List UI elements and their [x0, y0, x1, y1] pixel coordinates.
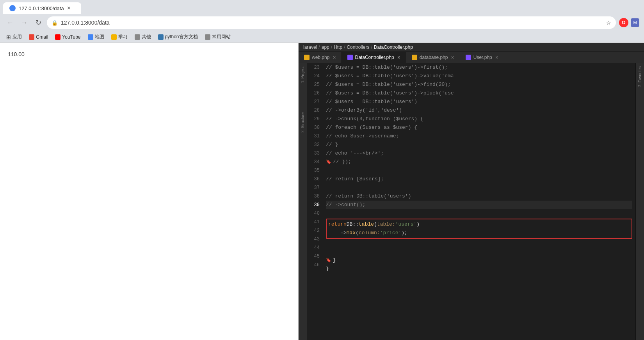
code-comment-30: // foreach ($users as $user) {	[326, 123, 417, 132]
bookmark-gmail[interactable]: Gmail	[26, 34, 51, 41]
code-indent-42: ->	[328, 229, 347, 237]
code-bracket-46: }	[326, 265, 329, 273]
structure-label: 2: Structure	[301, 111, 305, 134]
bookmark-apps-label: 应用	[12, 34, 22, 40]
code-line-28: // ->orderBy('id','desc')	[326, 106, 632, 115]
bookmark-youtube-label: YouTube	[62, 34, 80, 40]
tab-user-php-close[interactable]: ×	[495, 54, 498, 61]
line-num-44: 44	[310, 244, 320, 252]
code-line-31: // echo $user->username;	[326, 132, 632, 141]
lock-icon: 🔒	[52, 20, 58, 26]
tab-datacontroller-close[interactable]: ×	[397, 54, 400, 61]
code-max-42: max	[347, 229, 356, 237]
line-num-25: 25	[310, 80, 320, 89]
address-bar[interactable]: 🔒 127.0.0.1:8000/data ☆	[47, 16, 616, 29]
gmail-favicon	[29, 34, 34, 40]
refresh-button[interactable]: ↻	[33, 17, 44, 28]
main-area: 110.00 laravel / app / Http / Controller…	[0, 43, 644, 340]
bookmark-icon-34: 🔖	[326, 158, 331, 166]
highlighted-box: return DB::table( table: 'users') ->max(…	[326, 219, 632, 239]
code-param2-42: column:	[359, 229, 380, 237]
apps-grid-icon: ⊞	[6, 34, 11, 40]
code-comment-27: // $users = DB::table('users')	[326, 98, 417, 106]
bookmark-study[interactable]: 学习	[108, 33, 131, 41]
line-num-28: 28	[310, 106, 320, 115]
code-param-41: table:	[377, 220, 395, 229]
line-num-36: 36	[310, 175, 320, 183]
code-paren2-42: (	[356, 229, 359, 237]
bookmark-other-label: 其他	[142, 34, 151, 40]
code-comment-31: // echo $user->username;	[326, 132, 399, 141]
code-semi-42: );	[401, 229, 407, 237]
code-comment-38: // return DB::table('users')	[326, 192, 411, 201]
database-php-icon	[412, 55, 417, 60]
code-comment-36: // return [$users];	[326, 175, 384, 183]
code-comment-39: // ->count();	[326, 201, 365, 209]
tab-user-php[interactable]: User.php ×	[460, 52, 504, 63]
bookmark-common-sites[interactable]: 常用网站	[202, 33, 234, 41]
bookmark-star-icon[interactable]: ☆	[606, 20, 611, 26]
browser-tab[interactable]: 127.0.0.1:8000/data ×	[3, 2, 81, 14]
breadcrumb-app: app	[322, 45, 329, 50]
code-line-39: // ->count();	[326, 201, 632, 209]
code-comment-33: // echo '---<br/>';	[326, 149, 384, 158]
code-line-29: // ->chunk(3,function ($users) {	[326, 115, 632, 123]
forward-button[interactable]: →	[19, 17, 30, 28]
code-paren-41: (	[374, 220, 377, 229]
bookmark-study-label: 学习	[118, 34, 128, 40]
code-comment-25: // $users = DB::table('users')->find(20)…	[326, 80, 451, 89]
code-line-25: // $users = DB::table('users')->find(20)…	[326, 80, 632, 89]
bookmark-maps[interactable]: 地图	[85, 33, 107, 41]
bookmark-youtube[interactable]: YouTube	[52, 34, 84, 41]
bookmark-other[interactable]: 其他	[132, 33, 154, 41]
code-line-37	[326, 183, 632, 192]
tab-close-button[interactable]: ×	[67, 5, 71, 12]
code-line-30: // foreach ($users as $user) {	[326, 123, 632, 132]
common-favicon	[205, 34, 210, 40]
bookmark-maps-label: 地图	[95, 34, 104, 40]
breadcrumb-controllers: Controllers	[347, 45, 369, 50]
ide-left-strip: 1: Project 2: Structure	[299, 63, 307, 340]
code-line-24: // $users = DB::table('users')->value('e…	[326, 72, 632, 80]
extension-icon[interactable]: M	[631, 18, 639, 27]
tab-database-php-close[interactable]: ×	[451, 54, 454, 61]
bookmark-apps[interactable]: ⊞ 应用	[3, 33, 25, 41]
tab-web-php-close[interactable]: ×	[333, 54, 336, 61]
web-php-icon	[304, 55, 310, 60]
opera-icon[interactable]: O	[619, 18, 628, 27]
code-comment-32: // }	[326, 141, 338, 149]
tab-database-php-label: database.php	[420, 55, 448, 60]
code-line-32: // }	[326, 141, 632, 149]
code-line-44	[326, 247, 632, 256]
line-num-38: 38	[310, 192, 320, 201]
code-line-40	[326, 209, 632, 218]
code-line-46: }	[326, 265, 632, 273]
tab-web-php[interactable]: web.php ×	[299, 52, 342, 63]
code-content: // $users = DB::table('users')->first();…	[323, 63, 635, 340]
ide-area: laravel / app / Http / Controllers / Dat…	[299, 43, 644, 340]
tab-datacontroller[interactable]: DataController.php ×	[342, 52, 406, 63]
code-line-26: // $users = DB::table('users')->pluck('u…	[326, 89, 632, 98]
back-button[interactable]: ←	[5, 17, 16, 28]
line-num-26: 26	[310, 89, 320, 98]
code-string-41: 'users'	[395, 220, 417, 229]
line-num-23: 23	[310, 63, 320, 72]
tab-database-php[interactable]: database.php ×	[406, 52, 460, 63]
bookmark-python[interactable]: python官方文档	[155, 33, 201, 41]
ide-code-area: 23 24 25 26 27 28 29 30 31 32 33 34 35 3…	[307, 63, 635, 340]
code-line-43	[326, 239, 632, 247]
breadcrumb-sep4: /	[371, 45, 372, 50]
code-comment-24: // $users = DB::table('users')->value('e…	[326, 72, 454, 80]
code-comment-34: // });	[333, 158, 351, 166]
toolbar-icons: O M	[619, 18, 639, 27]
line-num-32: 32	[310, 141, 320, 149]
line-num-34: 34	[310, 158, 320, 166]
address-bar-row: ← → ↻ 🔒 127.0.0.1:8000/data ☆ O M	[0, 14, 644, 31]
code-line-35	[326, 166, 632, 175]
page-output-value: 110.00	[8, 51, 25, 57]
tab-favicon	[9, 5, 16, 11]
line-num-31: 31	[310, 132, 320, 141]
code-comment-29: // ->chunk(3,function ($users) {	[326, 115, 423, 123]
code-line-23: // $users = DB::table('users')->first();	[326, 63, 632, 72]
line-num-33: 33	[310, 149, 320, 158]
